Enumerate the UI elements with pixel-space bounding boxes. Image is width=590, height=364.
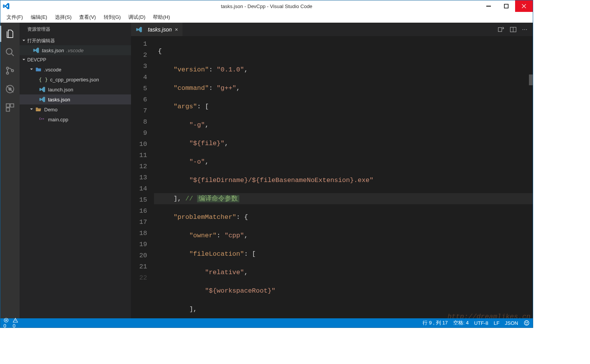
vscode-file-icon	[39, 96, 46, 103]
svg-point-3	[7, 67, 8, 69]
explorer-icon[interactable]	[0, 26, 20, 42]
cursor-position[interactable]: 行 9 , 列 17	[423, 319, 448, 326]
svg-point-17	[527, 322, 527, 323]
folder-open-icon	[35, 106, 42, 113]
open-editors-header[interactable]: 打开的编辑器	[20, 36, 131, 45]
menu-select[interactable]: 选择(S)	[51, 14, 75, 21]
tabbar: tasks.json × ⋯	[131, 23, 533, 36]
open-editor-item[interactable]: tasks.json .vscode	[20, 45, 131, 55]
gutter: 12345678910111213141516171819202122	[131, 36, 154, 318]
svg-rect-1	[504, 4, 508, 8]
file-c-cpp-props[interactable]: { } c_cpp_properties.json	[20, 74, 131, 84]
compare-icon[interactable]	[497, 26, 504, 33]
svg-rect-0	[486, 6, 491, 7]
svg-rect-8	[6, 104, 10, 107]
menu-debug[interactable]: 调试(D)	[124, 14, 149, 21]
menu-view[interactable]: 查看(V)	[75, 14, 99, 21]
warnings-indicator[interactable]: 0	[13, 318, 18, 328]
svg-text:C++: C++	[39, 117, 45, 121]
more-icon[interactable]: ⋯	[522, 26, 527, 33]
encoding[interactable]: UTF-8	[474, 320, 488, 326]
vscode-file-icon	[136, 26, 143, 33]
folder-demo[interactable]: Demo	[20, 104, 131, 114]
editor[interactable]: 12345678910111213141516171819202122 { "v…	[131, 36, 533, 318]
menu-edit[interactable]: 编辑(E)	[27, 14, 51, 21]
activitybar	[0, 23, 20, 318]
title-text: tasks.json - DevCpp - Visual Studio Code	[0, 3, 533, 9]
indentation[interactable]: 空格: 4	[453, 319, 469, 326]
maximize-button[interactable]	[497, 0, 515, 12]
minimize-button[interactable]	[480, 0, 497, 12]
git-icon[interactable]	[0, 63, 20, 79]
sidebar: 资源管理器 打开的编辑器 tasks.json .vscode DEVCPP .…	[20, 23, 131, 318]
file-tasks[interactable]: tasks.json	[20, 94, 131, 104]
close-button[interactable]	[515, 0, 533, 12]
menubar: 文件(F) 编辑(E) 选择(S) 查看(V) 转到(G) 调试(D) 帮助(H…	[0, 12, 533, 23]
eol[interactable]: LF	[494, 320, 499, 326]
menu-file[interactable]: 文件(F)	[3, 14, 27, 21]
svg-rect-10	[6, 108, 10, 111]
svg-rect-9	[10, 104, 14, 107]
cpp-icon: C++	[39, 116, 46, 122]
errors-indicator[interactable]: 0	[3, 318, 9, 328]
vscode-file-icon	[33, 47, 40, 53]
overview-ruler-marker	[529, 74, 533, 85]
folder-icon	[35, 66, 42, 73]
svg-point-7	[9, 88, 12, 91]
svg-point-15	[524, 321, 529, 325]
statusbar: 0 0 行 9 , 列 17 空格: 4 UTF-8 LF JSON	[0, 318, 533, 328]
braces-icon: { }	[39, 77, 48, 83]
folder-vscode[interactable]: .vscode	[20, 65, 131, 74]
extensions-icon[interactable]	[0, 99, 20, 116]
vscode-file-icon	[39, 86, 46, 93]
feedback-icon[interactable]	[524, 320, 530, 326]
svg-point-2	[6, 48, 12, 54]
file-main-cpp[interactable]: C++ main.cpp	[20, 114, 131, 124]
svg-point-16	[525, 322, 526, 323]
close-icon[interactable]: ×	[175, 26, 178, 33]
menu-go[interactable]: 转到(G)	[100, 14, 125, 21]
file-launch[interactable]: launch.json	[20, 84, 131, 94]
titlebar: tasks.json - DevCpp - Visual Studio Code	[0, 0, 533, 12]
search-icon[interactable]	[0, 44, 20, 60]
svg-point-4	[7, 72, 8, 74]
debug-icon[interactable]	[0, 81, 20, 97]
split-icon[interactable]	[510, 26, 517, 33]
code-content[interactable]: { "version": "0.1.0", "command": "g++", …	[154, 36, 533, 318]
language-mode[interactable]: JSON	[505, 320, 518, 326]
watermark: http://dreamlikes.cn	[447, 313, 530, 318]
tab-tasks-json[interactable]: tasks.json ×	[131, 23, 183, 36]
project-header[interactable]: DEVCPP	[20, 55, 131, 65]
svg-rect-12	[498, 27, 502, 31]
menu-help[interactable]: 帮助(H)	[149, 14, 174, 21]
sidebar-title: 资源管理器	[20, 23, 131, 36]
